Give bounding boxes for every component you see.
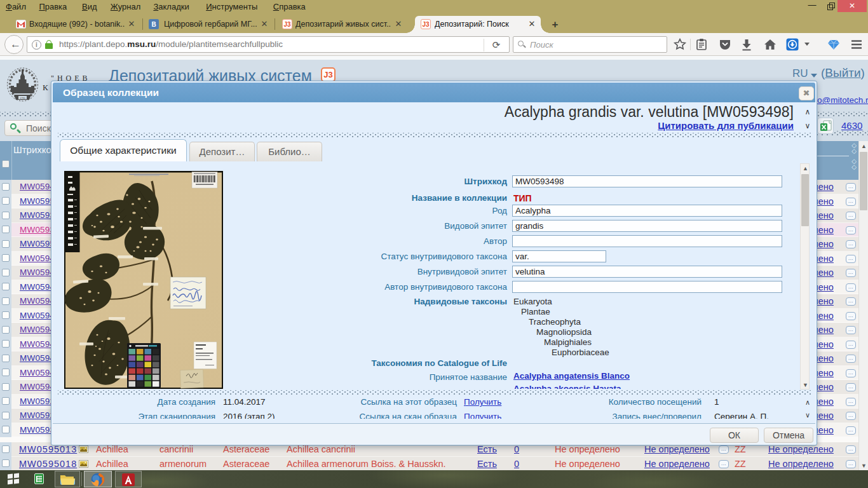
barcode-link[interactable]: MW0595018 — [19, 457, 77, 471]
barcode-link[interactable]: MW0594 — [20, 337, 55, 352]
next-record-button[interactable]: ∨ — [803, 121, 813, 132]
row-actions-button[interactable]: ... — [846, 255, 856, 263]
barcode-link[interactable]: MW0594 — [20, 351, 55, 366]
page-info-icon[interactable]: i — [32, 40, 41, 50]
row-checkbox[interactable] — [2, 426, 10, 433]
field-input[interactable]: Acalypha — [512, 205, 782, 217]
row-actions-button[interactable]: ... — [846, 226, 856, 234]
row-actions-button[interactable]: ... — [846, 460, 856, 468]
select-all-checkbox[interactable] — [2, 160, 10, 168]
accepted-name-link[interactable]: Acalypha angatensis Blanco — [513, 371, 630, 381]
window-close-button[interactable]: ✕ — [837, 0, 867, 12]
menu-1[interactable]: Файл — [6, 2, 26, 11]
barcode-link[interactable]: MW0594 — [20, 323, 55, 337]
gem-addon-icon[interactable] — [826, 37, 841, 52]
row-checkbox[interactable] — [2, 226, 10, 233]
language-switch[interactable]: RU — [792, 67, 808, 80]
menu-6[interactable]: Инструменты — [206, 2, 257, 11]
row-actions-button[interactable]: ... — [846, 297, 856, 306]
logout-link[interactable]: (Выйти) — [821, 66, 865, 80]
menu-7[interactable]: Справка — [273, 2, 306, 11]
row-actions-button[interactable]: ... — [846, 183, 856, 191]
row-actions-button[interactable]: ... — [846, 383, 856, 391]
row-actions-button[interactable]: ... — [846, 198, 856, 206]
row-checkbox[interactable] — [2, 311, 10, 319]
row-checkbox[interactable] — [2, 459, 10, 467]
field-input[interactable] — [512, 281, 782, 293]
specimen-photo[interactable] — [64, 171, 223, 389]
url-text[interactable]: https://plant.depo.msu.ru/module/plantit… — [59, 39, 283, 49]
barcode-link[interactable]: MW0593 — [20, 223, 55, 238]
row-actions-button[interactable]: ... — [846, 240, 856, 248]
footer-scroll-down-icon[interactable]: ∨ — [803, 411, 812, 420]
field-input[interactable]: grandis — [512, 220, 782, 232]
tab-close-button[interactable]: ✕ — [527, 20, 536, 29]
tab-close-button[interactable]: ✕ — [260, 20, 269, 29]
barcode-link[interactable]: MW0594 — [20, 266, 55, 280]
footer-scroll-up-icon[interactable]: ∧ — [803, 398, 812, 407]
scrollbar-thumb[interactable] — [860, 152, 867, 210]
barcode-link[interactable]: MW0592 — [20, 395, 55, 409]
barcode-link[interactable]: MW0595 — [20, 194, 55, 209]
row-actions-button[interactable]: ... — [846, 283, 856, 292]
scroll-up-icon[interactable]: ▲ — [860, 142, 868, 151]
scroll-up-icon[interactable]: ▲ — [801, 164, 810, 173]
new-tab-button[interactable]: + — [550, 20, 560, 30]
row-checkbox[interactable] — [2, 369, 10, 376]
barcode-link[interactable]: MW0592 — [20, 409, 55, 423]
bookmark-star-icon[interactable] — [672, 37, 688, 52]
row-actions-button[interactable]: ... — [846, 341, 856, 349]
field-input[interactable]: var. — [512, 250, 606, 262]
table-vertical-scrollbar[interactable]: ▲ ▼ — [858, 141, 868, 470]
start-button[interactable] — [8, 474, 19, 484]
menu-2[interactable]: Правка — [39, 2, 67, 11]
row-checkbox[interactable] — [2, 212, 10, 219]
row-checkbox[interactable] — [2, 412, 10, 419]
row-actions-button[interactable]: ... — [719, 445, 729, 454]
count-link[interactable]: 0 — [514, 457, 519, 471]
back-button[interactable]: ← — [4, 35, 24, 54]
barcode-link[interactable]: MW0594 — [20, 309, 55, 323]
menu-5[interactable]: Закладки — [153, 2, 189, 11]
row-actions-button[interactable]: ... — [846, 312, 856, 320]
excel-export-button[interactable] — [817, 118, 834, 134]
barcode-link[interactable]: MW0593 — [20, 423, 55, 438]
barcode-link[interactable]: MW0593 — [20, 208, 55, 223]
has-scan-link[interactable]: Есть — [477, 457, 497, 471]
row-actions-button[interactable]: ... — [846, 212, 856, 220]
barcode-link[interactable]: MW0594 — [20, 366, 55, 381]
reading-list-icon[interactable] — [694, 37, 709, 52]
url-bar[interactable]: i https://plant.depo.msu.ru/module/plant… — [27, 36, 510, 53]
previous-record-button[interactable]: ∧ — [803, 107, 813, 118]
reload-button[interactable]: ⟳ — [489, 38, 504, 52]
row-actions-button[interactable]: ... — [846, 412, 856, 420]
hamburger-menu-icon[interactable] — [849, 37, 864, 52]
footer-get-link[interactable]: Получить — [464, 412, 501, 419]
footer-get-link[interactable]: Получить — [464, 397, 501, 407]
row-checkbox[interactable] — [2, 197, 10, 205]
tab-biblio[interactable]: Библио… — [257, 142, 322, 161]
barcode-link[interactable]: MW0594 — [20, 380, 55, 395]
row-checkbox[interactable] — [2, 254, 10, 262]
row-actions-button[interactable]: ... — [719, 460, 729, 468]
tab-deposit[interactable]: Депозит… — [189, 142, 255, 161]
row-checkbox[interactable] — [2, 183, 10, 191]
records-count-link[interactable]: 4630 — [841, 120, 862, 131]
barcode-link[interactable]: MW0595 — [20, 237, 55, 252]
tab-general[interactable]: Общие характеристики — [60, 139, 187, 161]
cancel-button[interactable]: Отмена — [764, 428, 813, 443]
ssl-lock-icon[interactable] — [45, 40, 53, 49]
row-actions-button[interactable]: ... — [846, 369, 856, 377]
barcode-link[interactable]: MW0594 — [20, 294, 55, 309]
cite-for-publication-link[interactable]: Цитировать для публикации — [51, 120, 794, 131]
scroll-down-icon[interactable]: ▼ — [801, 381, 810, 390]
scroll-down-icon[interactable]: ▼ — [860, 461, 868, 470]
row-actions-button[interactable]: ... — [846, 355, 856, 363]
row-checkbox[interactable] — [2, 240, 10, 248]
det2-link[interactable]: Не определено — [644, 457, 710, 471]
row-checkbox[interactable] — [2, 326, 10, 334]
row-checkbox[interactable] — [2, 397, 10, 405]
row-actions-button[interactable]: ... — [846, 398, 856, 406]
scrollbar-thumb[interactable] — [801, 174, 809, 226]
row-checkbox[interactable] — [2, 297, 10, 305]
